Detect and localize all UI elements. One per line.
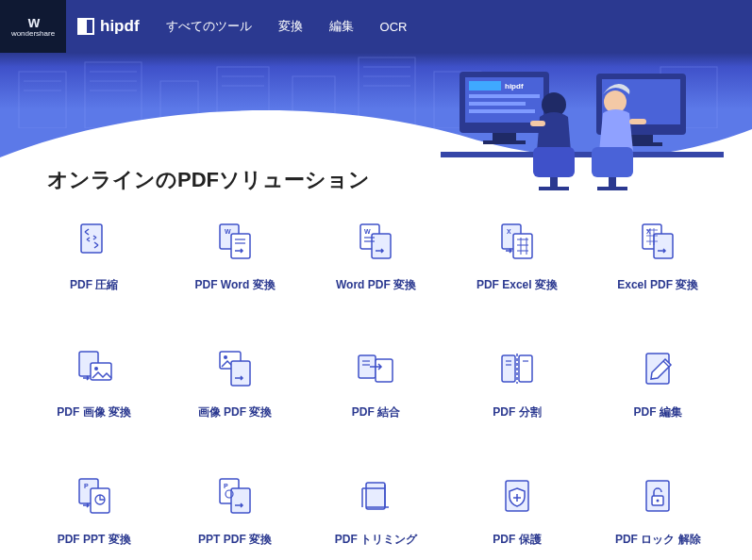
word-pdf-icon: W <box>355 222 396 260</box>
tool-label: Word PDF 変換 <box>336 277 416 293</box>
svg-rect-56 <box>654 234 673 258</box>
nav-all-tools[interactable]: すべてのツール <box>166 18 252 35</box>
hipdf-logo-text: hipdf <box>100 17 140 36</box>
svg-text:P: P <box>84 483 89 489</box>
svg-rect-38 <box>592 147 633 177</box>
tool-label: PDF 圧縮 <box>70 277 118 293</box>
tool-pdf-to-ppt[interactable]: P PDF PPT 変換 <box>28 477 159 548</box>
svg-rect-68 <box>502 355 515 382</box>
tool-pdf-to-word[interactable]: W PDF Word 変換 <box>169 222 300 293</box>
hero: hipdf オンラインのPDFソリューション <box>0 53 752 194</box>
tool-label: PDF ロック 解除 <box>615 532 701 548</box>
svg-rect-65 <box>376 359 393 382</box>
hero-illustration: hipdf <box>441 62 724 194</box>
svg-rect-40 <box>597 187 627 190</box>
tool-label: PDF PPT 変換 <box>58 532 131 548</box>
tool-label: PDF 保護 <box>493 532 541 548</box>
svg-rect-21 <box>469 94 540 98</box>
tool-label: Excel PDF 変換 <box>617 277 698 293</box>
tool-pdf-to-image[interactable]: PDF 画像 変換 <box>28 350 159 420</box>
svg-point-90 <box>657 500 660 502</box>
nav-convert[interactable]: 変換 <box>278 18 303 35</box>
image-pdf-icon <box>214 350 256 387</box>
compress-icon <box>74 222 115 260</box>
svg-rect-28 <box>629 135 653 142</box>
pdf-ppt-icon: P <box>74 477 115 515</box>
svg-rect-22 <box>469 102 526 106</box>
tool-label: PDF 画像 変換 <box>57 404 131 420</box>
pdf-image-icon <box>74 350 115 387</box>
svg-rect-20 <box>469 81 501 91</box>
split-icon <box>496 350 538 387</box>
tool-label: PDF 編集 <box>634 404 682 420</box>
svg-rect-32 <box>530 121 545 126</box>
tool-label: PDF Excel 変換 <box>476 277 558 293</box>
excel-pdf-icon: X <box>637 222 678 260</box>
pdf-excel-icon: X <box>496 222 538 260</box>
hero-screen-logo: hipdf <box>505 82 524 91</box>
svg-rect-77 <box>91 488 109 513</box>
svg-rect-37 <box>629 119 646 124</box>
tool-ppt-to-pdf[interactable]: P PPT PDF 変換 <box>169 477 300 548</box>
brand-w-icon: w <box>28 14 38 31</box>
svg-rect-23 <box>469 109 535 113</box>
crop-icon <box>355 477 396 515</box>
unlock-icon <box>637 477 678 515</box>
svg-text:W: W <box>225 228 231 235</box>
pdf-word-icon: W <box>214 222 256 260</box>
edit-icon <box>637 350 678 387</box>
brand-name: wondershare <box>11 30 55 39</box>
tools-grid: PDF 圧縮 W PDF Word 変換 W Word PDF 変換 X <box>0 194 752 560</box>
main-nav: hipdf すべてのツール 変換 編集 OCR <box>66 0 752 53</box>
wondershare-brand[interactable]: w wondershare <box>0 0 66 53</box>
tool-label: 画像 PDF 変換 <box>198 404 273 420</box>
merge-icon <box>355 350 396 387</box>
protect-icon <box>496 477 538 515</box>
tool-pdf-compress[interactable]: PDF 圧縮 <box>28 222 159 293</box>
tool-excel-to-pdf[interactable]: X Excel PDF 変換 <box>593 222 724 293</box>
tool-label: PDF 結合 <box>352 404 400 420</box>
svg-point-60 <box>94 367 98 371</box>
svg-text:W: W <box>364 228 371 235</box>
svg-rect-41 <box>81 224 102 253</box>
tool-pdf-merge[interactable]: PDF 結合 <box>310 350 442 420</box>
svg-rect-30 <box>441 152 724 157</box>
svg-rect-81 <box>231 488 250 513</box>
tool-image-to-pdf[interactable]: 画像 PDF 変換 <box>169 350 300 420</box>
svg-rect-69 <box>519 355 532 382</box>
hipdf-logo-icon <box>77 18 94 35</box>
nav-ocr[interactable]: OCR <box>380 20 408 34</box>
svg-rect-25 <box>483 140 526 144</box>
tool-label: PDF Word 変換 <box>195 277 276 293</box>
ppt-pdf-icon: P <box>214 477 256 515</box>
tool-pdf-to-excel[interactable]: X PDF Excel 変換 <box>451 222 582 293</box>
tool-pdf-split[interactable]: PDF 分割 <box>451 350 582 420</box>
topbar: w wondershare hipdf すべてのツール 変換 編集 OCR <box>0 0 752 53</box>
page-title: オンラインのPDFソリューション <box>47 166 370 194</box>
svg-text:P: P <box>224 483 228 489</box>
hipdf-logo[interactable]: hipdf <box>77 17 140 36</box>
svg-rect-63 <box>231 361 250 386</box>
tool-label: PDF トリミング <box>335 532 417 548</box>
tool-label: PPT PDF 変換 <box>198 532 272 548</box>
tool-pdf-crop[interactable]: PDF トリミング <box>310 477 442 548</box>
nav-edit[interactable]: 編集 <box>329 18 354 35</box>
svg-rect-53 <box>513 234 532 258</box>
svg-text:X: X <box>507 228 511 235</box>
svg-rect-33 <box>533 147 575 177</box>
svg-rect-24 <box>493 133 516 140</box>
tool-word-to-pdf[interactable]: W Word PDF 変換 <box>310 222 442 293</box>
tool-pdf-unlock[interactable]: PDF ロック 解除 <box>593 477 724 548</box>
svg-rect-43 <box>231 234 250 258</box>
tool-label: PDF 分割 <box>493 404 541 420</box>
tool-pdf-edit[interactable]: PDF 編集 <box>593 350 724 420</box>
svg-rect-84 <box>366 483 385 509</box>
tool-pdf-protect[interactable]: PDF 保護 <box>451 477 582 548</box>
svg-rect-35 <box>539 187 569 190</box>
svg-point-62 <box>224 355 227 359</box>
